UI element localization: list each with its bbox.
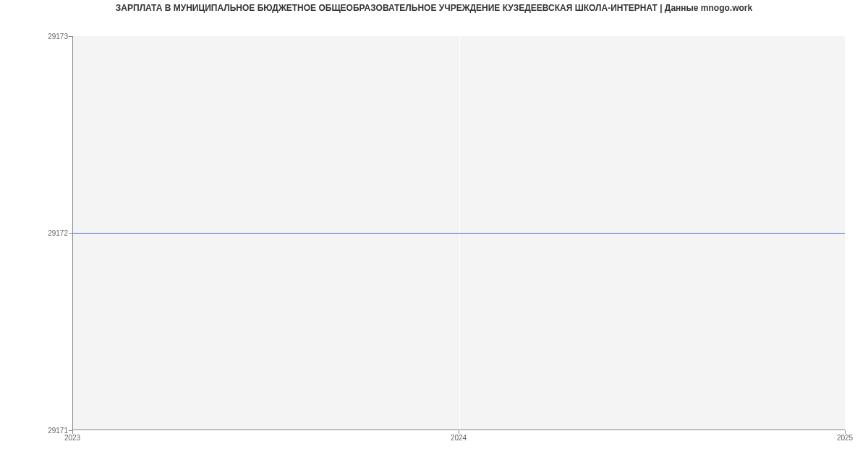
series-line-salary [73,233,845,234]
y-tick-label: 29172 [3,229,68,237]
chart-title: ЗАРПЛАТА В МУНИЦИПАЛЬНОЕ БЮДЖЕТНОЕ ОБЩЕО… [0,3,868,13]
x-tick-mark [459,430,459,434]
x-tick-mark [72,430,73,434]
x-tick-label: 2024 [451,434,467,442]
y-tick-label: 29173 [3,33,68,40]
x-tick-label: 2023 [64,434,80,442]
y-tick-label: 29171 [3,427,68,435]
plot-area [72,36,845,430]
chart-container: ЗАРПЛАТА В МУНИЦИПАЛЬНОЕ БЮДЖЕТНОЕ ОБЩЕО… [0,0,868,470]
x-tick-label: 2025 [837,434,853,442]
x-tick-mark [845,430,846,434]
